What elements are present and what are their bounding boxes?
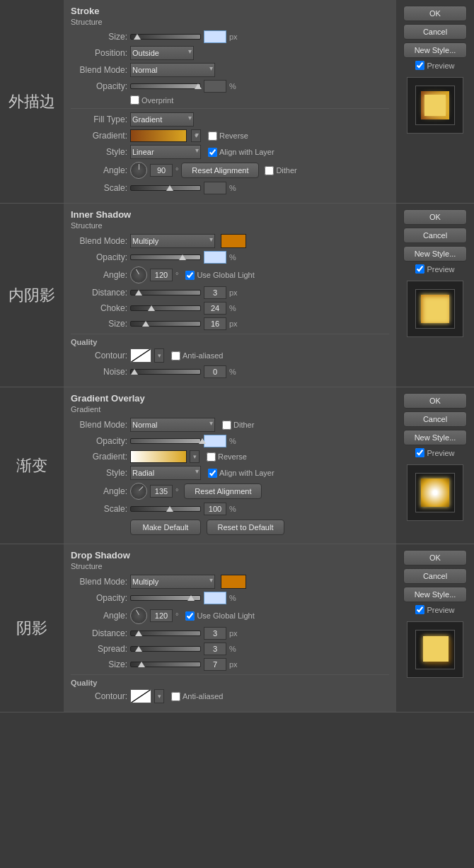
inner-shadow-ok-button[interactable]: OK — [403, 209, 467, 225]
inner-shadow-quality-header: Quality — [71, 338, 389, 346]
inner-shadow-noise-slider[interactable] — [130, 369, 201, 375]
drop-shadow-color-swatch[interactable] — [221, 575, 246, 589]
stroke-angle-input[interactable] — [150, 164, 173, 177]
stroke-fill-type-dropdown-wrap[interactable]: GradientColorPattern — [130, 112, 194, 127]
gradient-overlay-scale-input[interactable] — [204, 503, 226, 515]
drop-shadow-blend-dropdown[interactable]: MultiplyNormal — [130, 575, 215, 589]
stroke-gradient-swatch[interactable] — [130, 129, 187, 142]
inner-shadow-size-input[interactable] — [204, 317, 226, 330]
drop-shadow-opacity-input[interactable]: 83 — [204, 592, 226, 604]
stroke-reverse-checkbox[interactable] — [208, 131, 217, 141]
stroke-size-input[interactable]: 1 — [204, 30, 226, 43]
gradient-overlay-opacity-slider[interactable] — [130, 438, 201, 444]
inner-shadow-cancel-button[interactable]: Cancel — [403, 228, 467, 243]
drop-shadow-new-style-button[interactable]: New Style... — [403, 587, 467, 602]
inner-shadow-opacity-input[interactable]: 71 — [204, 251, 226, 264]
inner-shadow-size-slider[interactable] — [130, 321, 201, 327]
stroke-position-dropdown[interactable]: OutsideInsideCenter — [130, 46, 194, 60]
gradient-overlay-reset-alignment-button[interactable]: Reset Alignment — [184, 483, 262, 499]
inner-shadow-noise-input[interactable] — [204, 365, 226, 378]
gradient-overlay-angle-input[interactable] — [150, 485, 173, 498]
stroke-size-slider[interactable] — [130, 34, 201, 40]
inner-shadow-choke-input[interactable] — [204, 302, 226, 315]
drop-shadow-blend-wrap[interactable]: MultiplyNormal — [130, 575, 215, 589]
drop-shadow-contour-dropdown-btn[interactable]: ▾ — [154, 689, 164, 703]
gradient-overlay-angle-dial[interactable] — [130, 483, 147, 500]
inner-shadow-angle-input[interactable] — [150, 269, 173, 281]
drop-shadow-global-light-checkbox[interactable] — [185, 611, 195, 621]
gradient-overlay-reset-default-button[interactable]: Reset to Default — [207, 520, 284, 535]
inner-shadow-anti-aliased-checkbox[interactable] — [171, 351, 180, 360]
gradient-overlay-dither-checkbox[interactable] — [222, 421, 231, 430]
inner-shadow-chinese-label: 内阴影 — [0, 204, 64, 387]
drop-shadow-preview-checkbox[interactable] — [415, 605, 424, 614]
stroke-new-style-button[interactable]: New Style... — [403, 42, 467, 58]
drop-shadow-distance-input[interactable] — [204, 627, 226, 640]
gradient-overlay-blend-dropdown[interactable]: NormalMultiply — [130, 418, 215, 432]
stroke-scale-input[interactable]: 100 — [204, 182, 226, 194]
gradient-overlay-blend-wrap[interactable]: NormalMultiply — [130, 418, 215, 432]
inner-shadow-preview-checkbox[interactable] — [415, 264, 424, 274]
stroke-preview-checkbox[interactable] — [415, 61, 424, 70]
drop-shadow-anti-aliased-checkbox[interactable] — [171, 692, 180, 701]
stroke-style-dropdown[interactable]: LinearRadial — [130, 145, 201, 159]
stroke-style-dropdown-wrap[interactable]: LinearRadial — [130, 145, 201, 159]
gradient-overlay-opacity-input[interactable]: 100 — [204, 435, 226, 447]
gradient-overlay-new-style-button[interactable]: New Style... — [403, 430, 467, 445]
gradient-overlay-cancel-button[interactable]: Cancel — [403, 411, 467, 427]
stroke-fill-type-dropdown[interactable]: GradientColorPattern — [130, 112, 194, 127]
gradient-overlay-reverse-checkbox[interactable] — [207, 452, 216, 462]
drop-shadow-spread-slider[interactable] — [130, 646, 201, 652]
drop-shadow-spread-input[interactable] — [204, 643, 226, 655]
gradient-overlay-align-checkbox[interactable] — [208, 469, 217, 478]
stroke-blend-dropdown-wrap[interactable]: NormalMultiply — [130, 63, 215, 77]
gradient-overlay-make-default-button[interactable]: Make Default — [130, 520, 201, 535]
inner-shadow-distance-input[interactable] — [204, 286, 226, 299]
inner-shadow-distance-slider[interactable] — [130, 290, 201, 295]
inner-shadow-blend-wrap[interactable]: MultiplyNormal — [130, 234, 215, 248]
stroke-opacity-input[interactable]: 100 — [204, 80, 226, 93]
inner-shadow-choke-slider[interactable] — [130, 305, 201, 311]
stroke-scale-slider[interactable] — [130, 185, 201, 191]
inner-shadow-color-swatch[interactable] — [221, 234, 246, 248]
drop-shadow-size-input[interactable] — [204, 658, 226, 671]
gradient-overlay-ok-button[interactable]: OK — [403, 393, 467, 409]
stroke-gradient-arrow-wrap[interactable]: ▾ — [191, 129, 201, 142]
stroke-position-dropdown-wrap[interactable]: OutsideInsideCenter — [130, 46, 194, 60]
stroke-gradient-dropdown-btn[interactable]: ▾ — [191, 129, 201, 142]
drop-shadow-angle-input[interactable] — [150, 609, 173, 622]
drop-shadow-size-slider[interactable] — [130, 662, 201, 667]
inner-shadow-contour-dropdown-btn[interactable]: ▾ — [154, 348, 164, 363]
stroke-ok-button[interactable]: OK — [403, 6, 467, 21]
stroke-align-checkbox[interactable] — [208, 148, 217, 157]
inner-shadow-new-style-button[interactable]: New Style... — [403, 246, 467, 262]
inner-shadow-distance-label: Distance: — [71, 288, 127, 298]
stroke-reset-alignment-button[interactable]: Reset Alignment — [181, 163, 259, 178]
stroke-cancel-button[interactable]: Cancel — [403, 24, 467, 40]
gradient-overlay-style-dropdown[interactable]: RadialLinear — [130, 466, 201, 480]
gradient-overlay-gradient-dropdown-btn[interactable]: ▾ — [190, 450, 200, 463]
inner-shadow-opacity-slider[interactable] — [130, 254, 201, 260]
stroke-fill-type-label: Fill Type: — [71, 115, 127, 124]
stroke-angle-dial[interactable] — [130, 162, 147, 179]
drop-shadow-opacity-slider[interactable] — [130, 595, 201, 601]
inner-shadow-global-light-checkbox[interactable] — [185, 271, 195, 280]
gradient-overlay-gradient-swatch[interactable] — [130, 450, 187, 463]
gradient-overlay-preview-checkbox[interactable] — [415, 448, 424, 457]
inner-shadow-contour-swatch[interactable] — [130, 348, 151, 363]
stroke-opacity-slider[interactable] — [130, 83, 201, 89]
drop-shadow-contour-swatch[interactable] — [130, 689, 151, 703]
drop-shadow-ok-button[interactable]: OK — [403, 550, 467, 565]
inner-shadow-blend-dropdown[interactable]: MultiplyNormal — [130, 234, 215, 248]
stroke-overprint-checkbox[interactable] — [130, 95, 139, 105]
gradient-overlay-style-wrap[interactable]: RadialLinear — [130, 466, 201, 480]
stroke-dither-checkbox[interactable] — [265, 166, 274, 175]
gradient-overlay-blend-label: Blend Mode: — [71, 420, 127, 430]
drop-shadow-cancel-button[interactable]: Cancel — [403, 568, 467, 584]
gradient-overlay-scale-slider[interactable] — [130, 506, 201, 512]
drop-shadow-preview-area — [407, 621, 463, 678]
drop-shadow-distance-slider[interactable] — [130, 631, 201, 636]
inner-shadow-angle-dial[interactable] — [130, 266, 147, 283]
stroke-blend-dropdown[interactable]: NormalMultiply — [130, 63, 215, 77]
drop-shadow-angle-dial[interactable] — [130, 607, 147, 624]
